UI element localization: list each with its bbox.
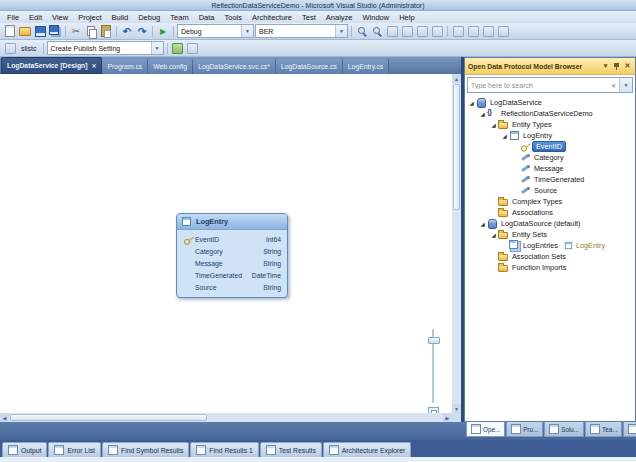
panel-tab[interactable]: Test... [623, 422, 636, 437]
panel-tab[interactable]: Pro... [506, 422, 543, 437]
tree-item[interactable]: Message [465, 163, 635, 174]
tree-item[interactable]: Function Imports [465, 262, 635, 273]
menu-window[interactable]: Window [357, 13, 394, 22]
tree-item[interactable]: ◢Entity Sets [465, 229, 635, 240]
chevron-down-icon[interactable]: ▼ [335, 25, 347, 37]
entity-property-row[interactable]: CategoryString [177, 245, 287, 257]
menu-build[interactable]: Build [107, 13, 134, 22]
close-icon[interactable]: ✕ [623, 62, 632, 70]
new-file-icon[interactable] [3, 25, 17, 38]
tree-item[interactable]: TimeGenerated [465, 174, 635, 185]
bottom-tab[interactable]: Output [2, 442, 47, 457]
chevron-down-icon[interactable]: ▼ [619, 78, 632, 92]
tab-close-icon[interactable]: ✕ [91, 62, 96, 69]
menu-team[interactable]: Team [165, 13, 193, 22]
tree-item[interactable]: EventID [465, 141, 635, 152]
tree-item[interactable]: Association Sets [465, 251, 635, 262]
tree-item[interactable]: LogEntriesLogEntry [465, 240, 635, 251]
entity-property-row[interactable]: TimeGeneratedDateTime [177, 269, 287, 281]
title-bar[interactable]: ReflectionDataServiceDemo - Microsoft Vi… [0, 0, 636, 11]
start-debug-icon[interactable] [156, 25, 170, 38]
search-box[interactable]: ✕ ▼ [467, 77, 633, 93]
entity-property-row[interactable]: EventIDInt64 [177, 233, 287, 245]
horizontal-scrollbar-thumb[interactable] [10, 414, 207, 421]
document-tab[interactable]: LogDataService [Design]✕ [1, 57, 102, 74]
generic-8-icon[interactable] [496, 25, 510, 38]
tree-item[interactable]: Complex Types [465, 196, 635, 207]
save-all-icon[interactable] [48, 25, 62, 38]
document-tab[interactable]: Web.config [148, 59, 193, 74]
redo-icon[interactable] [135, 25, 149, 38]
publish-toolbar-icon[interactable] [3, 42, 17, 55]
window-position-icon[interactable]: ▾ [601, 62, 610, 70]
find-in-files-icon[interactable] [370, 25, 384, 38]
pin-icon[interactable] [613, 62, 620, 71]
menu-help[interactable]: Help [394, 13, 419, 22]
bottom-tab[interactable]: Architecture Explorer [323, 442, 411, 457]
copy-icon[interactable] [84, 25, 98, 38]
generic-9-icon[interactable] [186, 42, 200, 55]
zoom-slider[interactable] [428, 329, 439, 421]
menu-file[interactable]: File [2, 13, 24, 22]
open-folder-icon[interactable] [18, 25, 32, 38]
bottom-tab[interactable]: Find Symbol Results [102, 442, 189, 457]
menu-edit[interactable]: Edit [24, 13, 47, 22]
paste-icon[interactable] [99, 25, 113, 38]
generic-5-icon[interactable] [451, 25, 465, 38]
menu-test[interactable]: Test [297, 13, 321, 22]
tree-item[interactable]: Category [465, 152, 635, 163]
chevron-down-icon[interactable]: ▼ [241, 25, 253, 37]
cut-icon[interactable] [69, 25, 83, 38]
document-tab[interactable]: LogDataService.svc.cs* [193, 59, 276, 74]
horizontal-scrollbar[interactable]: ◀ ▶ [0, 413, 452, 422]
debug-config-dropdown[interactable]: Debug ▼ [177, 24, 254, 38]
tree-item[interactable]: ◢ReflectionDataServiceDemo [465, 108, 635, 119]
search-input[interactable] [468, 78, 608, 92]
zoom-slider-thumb[interactable] [428, 337, 440, 344]
chevron-down-icon[interactable]: ▼ [151, 42, 163, 54]
generic-1-icon[interactable] [385, 25, 399, 38]
menu-view[interactable]: View [47, 13, 73, 22]
entity-card[interactable]: LogEntry EventIDInt64CategoryStringMessa… [176, 213, 288, 298]
publish-icon[interactable] [171, 42, 185, 55]
find-icon[interactable] [355, 25, 369, 38]
publish-profile-dropdown[interactable]: Create Publish Setting ▼ [47, 41, 164, 55]
scroll-left-icon[interactable]: ◀ [0, 413, 9, 422]
undo-icon[interactable] [120, 25, 134, 38]
generic-4-icon[interactable] [430, 25, 444, 38]
panel-tab[interactable]: Ope... [466, 422, 505, 437]
panel-tab[interactable]: Tea... [585, 422, 622, 437]
scroll-down-icon[interactable]: ▼ [452, 404, 461, 413]
generic-3-icon[interactable] [415, 25, 429, 38]
tree-item[interactable]: Associations [465, 207, 635, 218]
menu-analyze[interactable]: Analyze [321, 13, 358, 22]
document-tab[interactable]: LogDataSource.cs [276, 59, 343, 74]
generic-2-icon[interactable] [400, 25, 414, 38]
tree-item[interactable]: Source [465, 185, 635, 196]
document-tab[interactable]: Program.cs [102, 59, 148, 74]
bottom-tab[interactable]: Error List [48, 442, 101, 457]
vertical-scrollbar-thumb[interactable] [453, 84, 460, 210]
tree-item[interactable]: ◢LogDataSource (default) [465, 218, 635, 229]
entity-property-row[interactable]: SourceString [177, 281, 287, 293]
menu-data[interactable]: Data [194, 13, 220, 22]
tree-item[interactable]: ◢Entity Types [465, 119, 635, 130]
entity-header[interactable]: LogEntry [177, 214, 287, 230]
solution-config-dropdown[interactable]: BER ▼ [255, 24, 348, 38]
menu-debug[interactable]: Debug [133, 13, 165, 22]
scroll-right-icon[interactable]: ▶ [443, 413, 452, 422]
scroll-up-icon[interactable]: ▲ [452, 74, 461, 83]
design-surface[interactable]: LogEntry EventIDInt64CategoryStringMessa… [0, 74, 461, 422]
save-icon[interactable] [33, 25, 47, 38]
bottom-tab[interactable]: Find Results 1 [190, 442, 258, 457]
vertical-scrollbar[interactable]: ▲ ▼ [452, 74, 461, 413]
document-tab[interactable]: LogEntry.cs [343, 59, 389, 74]
menu-architecture[interactable]: Architecture [247, 13, 297, 22]
bottom-tab[interactable]: Test Results [260, 442, 322, 457]
entity-property-row[interactable]: MessageString [177, 257, 287, 269]
tree-item[interactable]: ◢LogEntry [465, 130, 635, 141]
clear-search-icon[interactable]: ✕ [608, 78, 619, 92]
menu-project[interactable]: Project [73, 13, 106, 22]
panel-tab[interactable]: Solu... [544, 422, 584, 437]
generic-7-icon[interactable] [481, 25, 495, 38]
